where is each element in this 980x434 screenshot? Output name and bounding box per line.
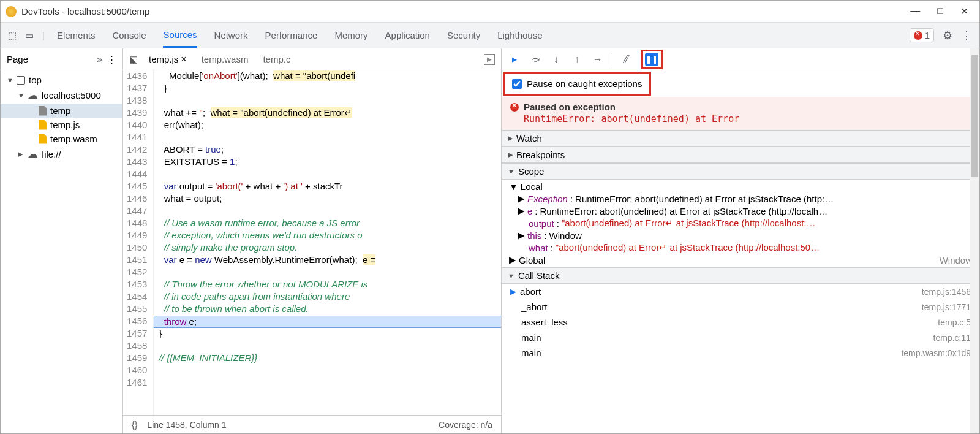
scope-body: ▼Local ▶ Exception: RuntimeError: abort(… <box>502 180 979 267</box>
callstack-frame[interactable]: _aborttemp.js:1771 <box>502 299 979 314</box>
tab-lighthouse[interactable]: Lighthouse <box>497 23 542 48</box>
callstack-section-header[interactable]: ▼Call Stack <box>502 267 979 284</box>
step-icon[interactable]: → <box>591 54 605 65</box>
callstack-fn: main <box>521 348 541 358</box>
step-into-icon[interactable]: ↓ <box>549 54 563 65</box>
sources-sidebar: Page » ⋮ ▼top▼localhost:5000temptemp.jst… <box>1 48 123 433</box>
callstack-frame[interactable]: maintemp.wasm:0x1d9 <box>502 345 979 360</box>
callstack-body: ▶aborttemp.js:1456_aborttemp.js:1771asse… <box>502 284 979 360</box>
run-snippet-icon[interactable]: ▶ <box>484 54 495 65</box>
editor-tab[interactable]: temp.c <box>263 54 290 65</box>
code-editor[interactable]: 1436143714381439144014411442144314441445… <box>123 70 501 415</box>
callstack-location: temp.wasm:0x1d9 <box>901 348 971 358</box>
pause-on-caught-label: Pause on caught exceptions <box>527 78 642 89</box>
scope-section-header[interactable]: ▼Scope <box>502 163 979 180</box>
file-tree-label: file:// <box>42 149 61 159</box>
kebab-menu-icon[interactable]: ⋮ <box>961 29 972 42</box>
error-count: 1 <box>925 30 930 40</box>
file-icon <box>39 106 47 116</box>
file-icon <box>39 134 47 144</box>
file-tree: ▼top▼localhost:5000temptemp.jstemp.wasm▶… <box>1 70 123 433</box>
callstack-fn: assert_less <box>521 317 568 327</box>
editor-tab[interactable]: temp.js × <box>149 54 187 65</box>
file-tree-label: top <box>29 75 42 85</box>
chevrons-icon[interactable]: » <box>97 54 102 65</box>
scope-local-header[interactable]: ▼Local <box>502 181 979 192</box>
devtools-tabs: ElementsConsoleSourcesNetworkPerformance… <box>57 23 543 48</box>
editor-panel: ⬕ temp.js ×temp.wasmtemp.c ▶ 14361437143… <box>123 48 502 433</box>
current-frame-icon: ▶ <box>510 287 516 296</box>
cloud-icon <box>28 89 38 102</box>
inspect-element-icon[interactable]: ⬚ <box>8 30 17 41</box>
pause-on-caught-checkbox-row[interactable]: Pause on caught exceptions <box>503 72 651 96</box>
editor-tab[interactable]: temp.wasm <box>202 54 249 65</box>
tab-elements[interactable]: Elements <box>57 23 96 48</box>
tab-performance[interactable]: Performance <box>265 23 318 48</box>
callstack-location: temp.c:5 <box>938 318 971 327</box>
window-titlebar: DevTools - localhost:5000/temp — □ ✕ <box>1 1 979 23</box>
file-tree-item[interactable]: temp.js <box>1 118 123 132</box>
file-tree-item[interactable]: temp <box>1 104 123 118</box>
window-title: DevTools - localhost:5000/temp <box>21 6 910 17</box>
format-icon[interactable]: {} <box>132 420 137 430</box>
tab-security[interactable]: Security <box>447 23 480 48</box>
scope-variable-row[interactable]: ▶ e: RuntimeError: abort(undefined) at E… <box>502 205 979 217</box>
scope-variable-row[interactable]: ▶ this: Window <box>502 229 979 242</box>
scope-variable-row[interactable]: ▶ Exception: RuntimeError: abort(undefin… <box>502 192 979 205</box>
callstack-location: temp.js:1771 <box>922 302 971 312</box>
error-count-badge[interactable]: 1 <box>910 28 934 42</box>
file-tree-label: temp.wasm <box>50 134 97 144</box>
callstack-frame[interactable]: ▶aborttemp.js:1456 <box>502 284 979 299</box>
pause-on-caught-checkbox[interactable] <box>512 79 522 89</box>
tab-network[interactable]: Network <box>214 23 248 48</box>
error-icon <box>510 103 519 112</box>
file-tree-label: temp.js <box>50 120 80 130</box>
tab-memory[interactable]: Memory <box>334 23 368 48</box>
kebab-menu-icon[interactable]: ⋮ <box>107 54 116 65</box>
file-tree-item[interactable]: ▼top <box>1 73 123 87</box>
scrollbar[interactable] <box>970 48 979 433</box>
window-minimize-button[interactable]: — <box>910 6 920 17</box>
scope-variable-row[interactable]: output: "abort(undefined) at Error↵ at j… <box>502 217 979 229</box>
pause-on-exceptions-button[interactable]: ❚❚ <box>645 53 658 66</box>
device-toggle-icon[interactable]: ▭ <box>25 30 34 41</box>
tab-sources[interactable]: Sources <box>163 23 197 48</box>
tab-console[interactable]: Console <box>112 23 146 48</box>
breakpoints-section-header[interactable]: ▶Breakpoints <box>502 147 979 163</box>
window-close-button[interactable]: ✕ <box>960 6 968 17</box>
devtools-app-icon <box>6 6 17 17</box>
callstack-fn: main <box>521 332 541 343</box>
exception-title: Paused on exception <box>524 102 616 112</box>
close-icon[interactable]: × <box>181 54 186 65</box>
editor-tabs: ⬕ temp.js ×temp.wasmtemp.c ▶ <box>123 48 501 70</box>
exception-message: RuntimeError: abort(undefined) at Error <box>510 113 971 124</box>
callstack-location: temp.c:11 <box>933 333 971 343</box>
cursor-position: Line 1458, Column 1 <box>147 420 226 430</box>
resume-button[interactable]: ▸ <box>508 53 521 65</box>
tab-application[interactable]: Application <box>385 23 430 48</box>
cloud-icon <box>28 148 38 161</box>
file-tree-item[interactable]: ▼localhost:5000 <box>1 87 123 104</box>
sidebar-header[interactable]: Page » ⋮ <box>1 48 123 70</box>
error-icon <box>914 31 922 40</box>
file-tree-item[interactable]: ▶file:// <box>1 146 123 162</box>
folder-icon <box>17 76 25 85</box>
step-over-icon[interactable]: ⤼ <box>529 53 542 65</box>
coverage-status: Coverage: n/a <box>439 420 492 430</box>
file-tree-item[interactable]: temp.wasm <box>1 132 123 146</box>
debugger-toolbar: ▸ ⤼ ↓ ↑ → ⁄⁄ ❚❚ <box>502 48 979 70</box>
debugger-panel: ▸ ⤼ ↓ ↑ → ⁄⁄ ❚❚ Pause on caught exceptio… <box>502 48 979 433</box>
deactivate-breakpoints-icon[interactable]: ⁄⁄ <box>620 54 633 65</box>
scope-variable-row[interactable]: what: "abort(undefined) at Error↵ at jsS… <box>502 242 979 254</box>
callstack-frame[interactable]: maintemp.c:11 <box>502 330 979 345</box>
scope-global-header[interactable]: ▶GlobalWindow <box>502 254 979 266</box>
exception-banner: Paused on exception RuntimeError: abort(… <box>502 97 979 130</box>
watch-section-header[interactable]: ▶Watch <box>502 130 979 147</box>
step-out-icon[interactable]: ↑ <box>570 54 584 65</box>
settings-gear-icon[interactable]: ⚙ <box>943 29 952 42</box>
tab-nav-icon[interactable]: ⬕ <box>129 54 138 65</box>
callstack-fn: _abort <box>521 302 548 312</box>
callstack-fn: abort <box>520 286 541 297</box>
callstack-frame[interactable]: assert_lesstemp.c:5 <box>502 314 979 330</box>
window-maximize-button[interactable]: □ <box>937 6 943 17</box>
